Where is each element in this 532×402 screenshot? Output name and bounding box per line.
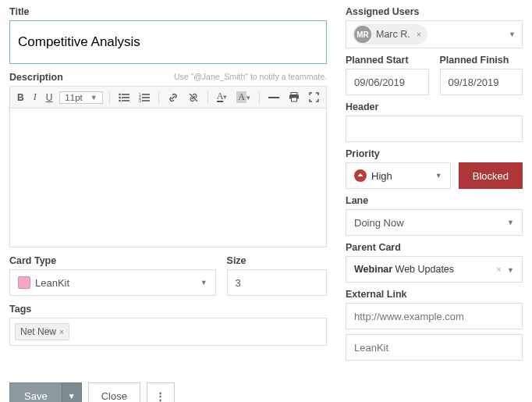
size-label: Size [227, 255, 327, 266]
external-link-label: External Link [346, 289, 523, 300]
chevron-down-icon: ▼ [90, 94, 98, 101]
tags-label: Tags [9, 304, 327, 315]
parent-clear-icon[interactable]: × [496, 265, 501, 274]
bold-button[interactable]: B [15, 91, 27, 105]
parent-card-rest: Web Updates [392, 264, 454, 275]
svg-point-2 [119, 96, 121, 98]
tag-label: Net New [20, 326, 56, 337]
header-input[interactable] [346, 116, 523, 142]
svg-rect-9 [142, 97, 150, 98]
card-type-swatch [18, 276, 30, 289]
lane-value: Doing Now [354, 217, 404, 229]
priority-label: Priority [346, 148, 523, 159]
assigned-users-select[interactable]: MR Marc R. × ▼ [346, 20, 523, 48]
priority-select[interactable]: High ▼ [346, 162, 451, 189]
highlight-color-button[interactable]: A ▾ [234, 90, 253, 105]
header-label: Header [346, 101, 523, 112]
tags-input[interactable]: Net New × [9, 318, 327, 346]
title-input[interactable] [9, 20, 327, 64]
svg-rect-3 [122, 97, 129, 98]
underline-button[interactable]: U [44, 91, 55, 105]
svg-rect-13 [291, 93, 297, 95]
description-hint: Use "@Jane_Smith" to notify a teammate. [174, 72, 327, 81]
tag-chip: Net New × [15, 323, 69, 340]
chevron-down-icon: ▼ [200, 279, 207, 286]
link-button[interactable] [165, 91, 181, 105]
priority-value: High [371, 170, 392, 182]
parent-card-label: Parent Card [346, 242, 523, 253]
more-actions-button[interactable]: ⋮ [147, 382, 175, 402]
planned-finish-label: Planned Finish [440, 55, 523, 66]
chevron-down-icon: ▼ [507, 219, 514, 226]
parent-card-select[interactable]: Webinar Web Updates × ▼ [346, 256, 523, 283]
svg-rect-5 [122, 100, 129, 101]
assigned-users-label: Assigned Users [346, 6, 523, 17]
parent-card-prefix: Webinar [354, 264, 392, 275]
planned-start-label: Planned Start [346, 55, 429, 66]
text-color-button[interactable]: A ▾ [215, 91, 230, 104]
svg-rect-1 [122, 94, 129, 95]
card-type-label: Card Type [9, 255, 216, 266]
font-size-select[interactable]: 11pt ▼ [59, 91, 102, 104]
planned-finish-input[interactable] [440, 69, 523, 95]
font-size-value: 11pt [65, 93, 82, 102]
description-editor[interactable] [9, 109, 327, 247]
svg-rect-7 [142, 94, 150, 95]
external-link-url-input[interactable] [346, 303, 523, 329]
horizontal-rule-button[interactable] [266, 94, 282, 101]
priority-high-icon [354, 169, 367, 182]
svg-rect-15 [292, 98, 297, 101]
save-button[interactable]: Save [9, 382, 62, 402]
chevron-down-icon: ▼ [507, 266, 514, 274]
user-remove-icon[interactable]: × [417, 30, 421, 39]
title-label: Title [9, 6, 327, 17]
planned-start-input[interactable] [346, 69, 429, 95]
svg-point-0 [119, 93, 121, 95]
blocked-button[interactable]: Blocked [459, 162, 523, 189]
fullscreen-button[interactable] [307, 91, 321, 104]
avatar: MR [354, 26, 371, 43]
unordered-list-button[interactable] [116, 91, 132, 104]
italic-button[interactable]: I [31, 90, 39, 105]
close-button[interactable]: Close [88, 382, 140, 402]
assigned-user-chip: MR Marc R. × [353, 24, 427, 44]
lane-label: Lane [346, 195, 523, 206]
save-dropdown-button[interactable]: ▼ [62, 382, 82, 402]
unlink-button[interactable] [186, 91, 201, 105]
svg-point-4 [119, 99, 121, 101]
chevron-down-icon: ▼ [509, 30, 516, 38]
footer: Save ▼ Close ⋮ [9, 382, 523, 402]
external-link-text-input[interactable] [346, 334, 523, 361]
description-label: Description Use "@Jane_Smith" to notify … [9, 72, 327, 83]
editor-toolbar: B I U 11pt ▼ 123 A ▾ A ▾ [9, 86, 327, 109]
size-input[interactable] [227, 269, 327, 296]
card-type-select[interactable]: LeanKit ▼ [9, 269, 216, 296]
tag-remove-icon[interactable]: × [59, 328, 64, 336]
ordered-list-button[interactable]: 123 [137, 91, 152, 104]
svg-rect-11 [142, 100, 150, 101]
chevron-down-icon: ▼ [435, 172, 442, 180]
lane-select[interactable]: Doing Now ▼ [346, 209, 523, 236]
assigned-user-name: Marc R. [376, 29, 410, 40]
card-type-value: LeanKit [35, 277, 69, 289]
svg-rect-12 [268, 97, 279, 98]
svg-text:3: 3 [139, 98, 141, 102]
print-button[interactable] [286, 91, 302, 104]
description-label-text: Description [9, 72, 63, 83]
